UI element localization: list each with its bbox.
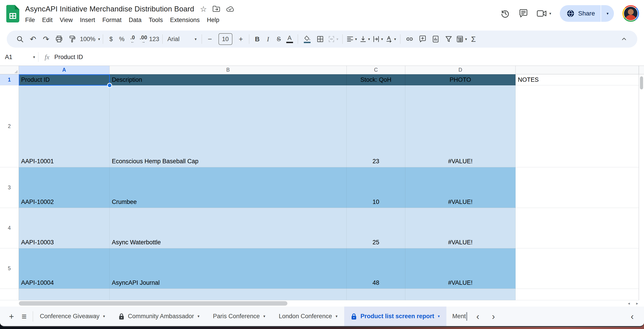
format-currency-button[interactable]: $ [106,32,116,46]
menu-format[interactable]: Format [99,15,125,25]
insert-comment-button[interactable] [416,32,429,46]
cell-c3[interactable]: 10 [347,167,405,208]
sheet-tab-london-conference[interactable]: London Conference ▾ [272,306,344,326]
menu-data[interactable]: Data [125,15,145,25]
formula-input[interactable]: Product ID [54,54,83,61]
cell-d2[interactable]: #VALUE! [405,85,516,167]
chevron-down-icon[interactable]: ▾ [198,314,200,318]
share-button[interactable]: Share ▾ [560,5,614,22]
decrease-font-size-button[interactable]: − [204,32,215,46]
insert-chart-button[interactable] [429,32,442,46]
menu-tools[interactable]: Tools [145,15,166,25]
cell-d3[interactable]: #VALUE! [405,167,516,208]
decrease-decimal-button[interactable]: .0← [127,32,138,46]
cell-e6[interactable] [516,289,639,300]
strikethrough-button[interactable]: S [274,32,284,46]
cell-c6[interactable] [347,289,405,300]
vertical-scrollbar[interactable] [639,66,644,300]
horizontal-scrollbar-thumb[interactable] [19,301,288,306]
cell-d5[interactable]: #VALUE! [405,248,516,289]
text-color-button[interactable]: A [284,32,295,46]
more-formats-button[interactable]: 123 [149,32,160,46]
collapse-toolbar-button[interactable] [618,32,630,46]
scroll-right-icon[interactable]: ▸ [636,302,638,306]
create-filter-button[interactable] [442,32,455,46]
row-header-4[interactable]: 4 [0,208,19,248]
redo-button[interactable]: ↷ [40,32,52,46]
merge-cells-button[interactable]: ▾ [327,32,340,46]
cell-c4[interactable]: 25 [347,208,405,248]
cell-b4[interactable]: Async Waterbottle [110,208,347,248]
row-header-3[interactable]: 3 [0,167,19,208]
functions-button[interactable]: Σ [468,32,479,46]
undo-button[interactable]: ↶ [26,32,40,46]
menu-extensions[interactable]: Extensions [166,15,203,25]
all-sheets-button[interactable]: ≡ [22,312,26,321]
cell-d1[interactable]: PHOTO [405,74,516,85]
tabs-scroll-right-icon[interactable]: › [492,312,495,321]
sheet-tab-community-ambassador[interactable]: Community Ambassador ▾ [112,306,206,326]
comments-icon[interactable] [519,9,528,18]
sheet-tab-ment-truncated[interactable]: Ment [446,306,467,326]
side-panel-collapse-icon[interactable]: ‹ [631,312,634,321]
chevron-down-icon[interactable]: ▾ [264,314,266,318]
row-header-1[interactable]: 1 [0,74,19,85]
cell-d4[interactable]: #VALUE! [405,208,516,248]
join-call-button[interactable]: ▾ [537,10,551,18]
cell-a1[interactable]: Product ID [19,74,110,85]
cell-e1[interactable]: NOTES [516,74,639,85]
column-header-d[interactable]: D [405,66,516,74]
add-sheet-button[interactable]: + [9,312,14,321]
increase-decimal-button[interactable]: .00→ [138,32,149,46]
cell-e2[interactable] [516,85,639,167]
share-dropdown[interactable]: ▾ [601,12,614,16]
chevron-down-icon[interactable]: ▾ [438,314,440,318]
tabs-scroll-left-icon[interactable]: ‹ [476,312,479,321]
version-history-icon[interactable] [500,8,510,18]
cell-e5[interactable] [516,248,639,289]
cell-b1[interactable]: Description [110,74,347,85]
cell-b5[interactable]: AsyncAPI Journal [110,248,347,289]
row-header-2[interactable]: 2 [0,85,19,167]
text-wrapping-button[interactable]: ▾ [372,32,384,46]
scroll-left-icon[interactable]: ◂ [628,302,630,306]
chevron-down-icon[interactable]: ▾ [336,314,338,318]
name-box[interactable]: A1 ▾ [0,54,38,61]
zoom-select[interactable]: 100% ▾ [78,32,100,46]
cell-e3[interactable] [516,167,639,208]
cell-d6[interactable] [405,289,516,300]
horizontal-align-button[interactable]: ▾ [345,32,358,46]
horizontal-scrollbar[interactable]: ◂ ▸ [0,300,644,306]
move-folder-icon[interactable] [213,6,220,12]
menu-file[interactable]: File [25,15,38,25]
column-header-c[interactable]: C [347,66,405,74]
cloud-saved-icon[interactable] [226,6,234,12]
select-all-corner[interactable] [0,66,19,74]
chevron-down-icon[interactable]: ▾ [549,12,551,16]
cell-a2[interactable]: AAPI-10001 [19,85,110,167]
sheet-tab-product-list-screen-report[interactable]: Product list screen report ▾ [344,306,446,326]
column-header-a[interactable]: A [19,66,110,74]
cell-c1[interactable]: Stock: QoH [347,74,405,85]
cell-c5[interactable]: 48 [347,248,405,289]
cell-a4[interactable]: AAPI-10003 [19,208,110,248]
star-icon[interactable]: ☆ [200,5,207,13]
sheet-tab-conference-giveaway[interactable]: Conference Giveaway ▾ [33,306,112,326]
fill-handle[interactable] [107,83,112,88]
cell-e4[interactable] [516,208,639,248]
cell-b2[interactable]: Econscious Hemp Baseball Cap [110,85,347,167]
vertical-align-button[interactable]: ▾ [358,32,372,46]
menu-edit[interactable]: Edit [38,15,56,25]
bold-button[interactable]: B [252,32,263,46]
menu-help[interactable]: Help [203,15,223,25]
sheets-logo-icon[interactable] [6,5,19,22]
table-views-button[interactable]: ▾ [455,32,468,46]
cell-c2[interactable]: 23 [347,85,405,167]
cell-a6[interactable] [19,289,110,300]
cell-b6[interactable] [110,289,347,300]
row-header-6[interactable] [0,289,19,300]
font-select[interactable]: Arial ▾ [165,32,199,46]
column-header-b[interactable]: B [110,66,347,74]
font-size-input[interactable]: 10 [218,33,232,45]
row-header-5[interactable]: 5 [0,248,19,289]
